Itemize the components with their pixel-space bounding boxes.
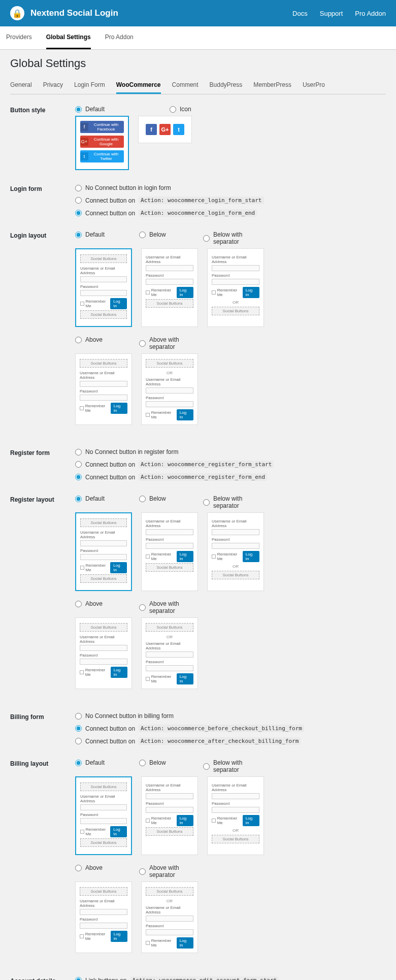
google-icon: G+ xyxy=(159,124,171,135)
register-layout-label: Register layout xyxy=(10,495,75,698)
register-layout-below[interactable]: Below xyxy=(139,495,196,502)
top-link-support[interactable]: Support xyxy=(320,10,343,17)
register-form-label: Register form xyxy=(10,448,75,481)
sub-tab-memberpress[interactable]: MemberPress xyxy=(253,77,291,94)
billing-layout-below-sep[interactable]: Below with separator xyxy=(203,759,260,773)
login-form-option-1[interactable]: Connect button on Action: woocommerce_lo… xyxy=(75,197,386,204)
layout-preview[interactable]: Social ButtonsUsername or Email AddressP… xyxy=(75,617,132,689)
layout-preview[interactable]: Social ButtonsUsername or Email AddressP… xyxy=(75,248,132,327)
layout-preview[interactable]: Social ButtonsORUsername or Email Addres… xyxy=(141,881,198,953)
register-layout-default[interactable]: Default xyxy=(75,495,132,502)
register-layout-below-sep[interactable]: Below with separator xyxy=(203,495,260,509)
account-details-label: Account details xyxy=(10,976,75,980)
main-tabs: ProvidersGlobal SettingsPro Addon xyxy=(0,26,396,50)
twitter-icon: t xyxy=(173,124,184,135)
billing-form-option-1[interactable]: Connect button on Action: woocommerce_be… xyxy=(75,725,386,732)
sub-tabs: GeneralPrivacyLogin FormWooCommerceComme… xyxy=(10,77,386,94)
login-layout-above-sep[interactable]: Above with separator xyxy=(139,336,196,350)
billing-layout-label: Billing layout xyxy=(10,759,75,962)
billing-layout-default[interactable]: Default xyxy=(75,759,132,766)
sub-tab-buddypress[interactable]: BuddyPress xyxy=(210,77,243,94)
billing-layout-above-sep[interactable]: Above with separator xyxy=(139,864,196,878)
button-style-icon-preview[interactable]: f G+ t xyxy=(138,116,192,143)
register-layout-above[interactable]: Above xyxy=(75,600,132,607)
layout-preview[interactable]: Username or Email AddressPasswordRemembe… xyxy=(207,248,264,327)
button-style-default-preview[interactable]: fContinue with FacebookG+Continue with G… xyxy=(75,116,129,170)
layout-preview[interactable]: Social ButtonsUsername or Email AddressP… xyxy=(75,881,132,953)
sub-tab-userpro[interactable]: UserPro xyxy=(303,77,325,94)
login-layout-label: Login layout xyxy=(10,231,75,434)
main-tab-global-settings[interactable]: Global Settings xyxy=(46,26,91,49)
button-style-label: Button style xyxy=(10,106,75,170)
main-tab-pro-addon[interactable]: Pro Addon xyxy=(105,26,134,49)
button-style-default[interactable]: Default xyxy=(75,106,105,113)
register-form-option-1[interactable]: Connect button on Action: woocommerce_re… xyxy=(75,461,386,468)
layout-preview[interactable]: Username or Email AddressPasswordRemembe… xyxy=(207,776,264,855)
login-form-option-2[interactable]: Connect button on Action: woocommerce_lo… xyxy=(75,209,386,217)
register-layout-above-sep[interactable]: Above with separator xyxy=(139,600,196,614)
login-layout-default[interactable]: Default xyxy=(75,231,132,238)
sub-tab-privacy[interactable]: Privacy xyxy=(43,77,63,94)
lock-icon: 🔒 xyxy=(10,6,24,20)
sub-tab-woocommerce[interactable]: WooCommerce xyxy=(116,77,161,94)
sub-tab-login-form[interactable]: Login Form xyxy=(74,77,105,94)
sub-tab-comment[interactable]: Comment xyxy=(172,77,199,94)
main-tab-providers[interactable]: Providers xyxy=(6,26,32,49)
register-form-option-2[interactable]: Connect button on Action: woocommerce_re… xyxy=(75,473,386,481)
top-bar: 🔒 Nextend Social Login DocsSupportPro Ad… xyxy=(0,0,396,26)
sub-tab-general[interactable]: General xyxy=(10,77,32,94)
billing-form-label: Billing form xyxy=(10,712,75,745)
login-form-label: Login form xyxy=(10,184,75,217)
login-form-option-0[interactable]: No Connect button in login form xyxy=(75,184,386,191)
facebook-icon: f xyxy=(146,124,157,135)
layout-preview[interactable]: Username or Email AddressPasswordRemembe… xyxy=(207,512,264,591)
login-layout-above[interactable]: Above xyxy=(75,336,132,343)
layout-preview[interactable]: Social ButtonsUsername or Email AddressP… xyxy=(75,353,132,425)
billing-form-option-0[interactable]: No Connect button in billing form xyxy=(75,712,386,720)
login-layout-below[interactable]: Below xyxy=(139,231,196,238)
layout-preview[interactable]: Username or Email AddressPasswordRemembe… xyxy=(141,776,198,855)
layout-preview[interactable]: Social ButtonsORUsername or Email Addres… xyxy=(141,617,198,689)
plugin-title: Nextend Social Login xyxy=(30,8,118,18)
page-title: Global Settings xyxy=(10,57,386,70)
plugin-logo: 🔒 Nextend Social Login xyxy=(10,6,118,20)
billing-form-option-2[interactable]: Connect button on Action: woocommerce_af… xyxy=(75,737,386,745)
top-link-pro-addon[interactable]: Pro Addon xyxy=(355,10,386,17)
top-link-docs[interactable]: Docs xyxy=(292,10,308,17)
layout-preview[interactable]: Social ButtonsORUsername or Email Addres… xyxy=(141,353,198,425)
register-form-option-0[interactable]: No Connect button in register form xyxy=(75,448,386,455)
layout-preview[interactable]: Username or Email AddressPasswordRemembe… xyxy=(141,248,198,327)
billing-layout-above[interactable]: Above xyxy=(75,864,132,871)
button-style-icon[interactable]: Icon xyxy=(170,106,191,113)
layout-preview[interactable]: Social ButtonsUsername or Email AddressP… xyxy=(75,776,132,855)
layout-preview[interactable]: Username or Email AddressPasswordRemembe… xyxy=(141,512,198,591)
account-details-option-0[interactable]: Link buttons on Action: woocommerce_edit… xyxy=(75,976,386,980)
login-layout-below-sep[interactable]: Below with separator xyxy=(203,231,260,245)
layout-preview[interactable]: Social ButtonsUsername or Email AddressP… xyxy=(75,512,132,591)
billing-layout-below[interactable]: Below xyxy=(139,759,196,766)
